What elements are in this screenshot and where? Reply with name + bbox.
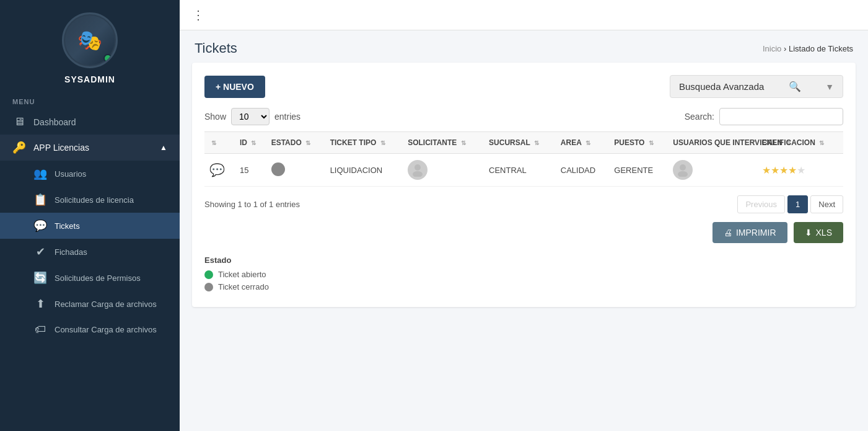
sidebar-top: 🎭 SYSADMIN — [0, 0, 180, 91]
green-dot-icon — [204, 270, 213, 279]
key-icon: 🔑 — [12, 141, 26, 154]
prev-button[interactable]: Previous — [737, 195, 785, 213]
svg-point-2 — [680, 164, 686, 171]
nuevo-button[interactable]: + NUEVO — [204, 76, 265, 98]
print-button[interactable]: 🖨 IMPRIMIR — [712, 222, 787, 243]
estado-cell — [266, 154, 325, 187]
sidebar-item-solicitudes-permisos[interactable]: 🔄 Solicitudes de Permisos — [0, 265, 180, 291]
check-icon: ✔ — [33, 245, 47, 259]
table-footer: Showing 1 to 1 of 1 entries Previous 1 N… — [204, 195, 843, 213]
sidebar-item-label: Solicitudes de licencia — [55, 195, 134, 205]
col-calificacion[interactable]: CALIFICACION ⇅ — [757, 132, 843, 154]
star-icon: ★ — [762, 165, 771, 176]
menu-label: MENU — [0, 91, 180, 109]
star-icon: ★ — [779, 165, 788, 176]
col-area[interactable]: AREA ⇅ — [556, 132, 610, 154]
search-icon: 🔍 — [789, 81, 801, 92]
xls-button[interactable]: ⬇ XLS — [794, 222, 843, 243]
page-header: Tickets Inicio › Listado de Tickets — [180, 30, 868, 63]
status-dot-icon — [271, 162, 285, 176]
sidebar-item-tickets[interactable]: 💬 Tickets — [0, 213, 180, 239]
top-bar: ⋮ — [180, 0, 868, 30]
sidebar-item-fichadas[interactable]: ✔ Fichadas — [0, 239, 180, 265]
breadcrumb: Inicio › Listado de Tickets — [763, 44, 853, 53]
next-button[interactable]: Next — [810, 195, 843, 213]
pagination: Previous 1 Next — [737, 195, 843, 213]
print-label: IMPRIMIR — [736, 228, 776, 238]
avatar: 🎭 — [62, 12, 118, 68]
grey-dot-icon — [204, 283, 213, 291]
tickets-table: ⇅ ID ⇅ ESTADO ⇅ TICKET TIPO ⇅ SOLICITANT… — [204, 131, 843, 187]
sidebar-username: SYSADMIN — [64, 74, 115, 84]
search-box: Search: — [685, 108, 843, 125]
svg-point-0 — [414, 164, 421, 171]
col-ticket-tipo[interactable]: TICKET TIPO ⇅ — [325, 132, 403, 154]
col-estado[interactable]: ESTADO ⇅ — [266, 132, 325, 154]
clipboard-icon: 📋 — [33, 193, 47, 207]
sidebar-item-label: Reclamar Carga de archivos — [55, 300, 157, 309]
ticket-tipo-cell: LIQUIDACION — [325, 154, 403, 187]
col-usuarios-intervienen[interactable]: USUARIOS QUE INTERVIENEN ⇅ — [668, 132, 756, 154]
id-cell: 15 — [235, 154, 266, 187]
breadcrumb-separator: › — [784, 44, 789, 53]
breadcrumb-current: Listado de Tickets — [789, 44, 853, 53]
online-indicator — [103, 54, 112, 63]
table-controls: Show 10 25 50 100 entries Search: — [204, 108, 843, 125]
sidebar-item-label: Dashboard — [33, 117, 76, 127]
page-1-button[interactable]: 1 — [787, 195, 808, 213]
sidebar-item-label: APP Licencias — [33, 143, 89, 153]
legend-item-closed: Ticket cerrado — [204, 282, 843, 291]
table-row[interactable]: 💬15LIQUIDACIONCENTRALCALIDADGERENTE★★★★★ — [204, 154, 843, 187]
sidebar-item-solicitudes-licencia[interactable]: 📋 Solicitudes de licencia — [0, 187, 180, 213]
page-title: Tickets — [195, 40, 237, 56]
sidebar-item-app-licencias[interactable]: 🔑 APP Licencias ▲ — [0, 135, 180, 161]
search-input[interactable] — [719, 108, 843, 125]
sidebar-item-dashboard[interactable]: 🖥 Dashboard — [0, 109, 180, 135]
col-check[interactable]: ⇅ — [204, 132, 235, 154]
chat-icon: 💬 — [33, 219, 47, 233]
sidebar-item-label: Consultar Carga de archivos — [55, 325, 157, 334]
legend-label-open: Ticket abierto — [218, 270, 266, 279]
main-content: ⋮ Tickets Inicio › Listado de Tickets + … — [180, 0, 868, 431]
legend-label-closed: Ticket cerrado — [218, 282, 269, 291]
entries-label: entries — [274, 112, 300, 122]
xls-icon: ⬇ — [805, 228, 812, 238]
chat-bubble-icon: 💬 — [209, 163, 225, 177]
avatar — [408, 160, 427, 180]
transfer-icon: 🔄 — [33, 271, 47, 285]
calificacion-cell: ★★★★★ — [757, 154, 843, 187]
col-solicitante[interactable]: SOLICITANTE ⇅ — [403, 132, 484, 154]
upload-icon: ⬆ — [33, 297, 47, 311]
col-sucursal[interactable]: SUCURSAL ⇅ — [484, 132, 556, 154]
sidebar-item-usuarios[interactable]: 👥 Usuarios — [0, 161, 180, 187]
sidebar-item-reclamar-carga[interactable]: ⬆ Reclamar Carga de archivos — [0, 291, 180, 317]
area-cell: CALIDAD — [556, 154, 610, 187]
sidebar-item-consultar-carga[interactable]: 🏷 Consultar Carga de archivos — [0, 317, 180, 342]
breadcrumb-home[interactable]: Inicio — [763, 44, 781, 53]
entries-select[interactable]: 10 25 50 100 — [231, 108, 270, 125]
svg-point-1 — [413, 171, 423, 177]
sucursal-cell: CENTRAL — [484, 154, 556, 187]
star-icon: ★ — [788, 165, 797, 176]
action-buttons: 🖨 IMPRIMIR ⬇ XLS — [204, 222, 843, 243]
legend-title: Estado — [204, 255, 843, 265]
toolbar: + NUEVO Busqueda Avanzada 🔍 ▼ — [204, 75, 843, 98]
show-entries: Show 10 25 50 100 entries — [204, 108, 300, 125]
chevron-up-icon: ▲ — [160, 143, 167, 152]
usuarios-intervienen-cell — [668, 154, 756, 187]
col-puesto[interactable]: PUESTO ⇅ — [609, 132, 668, 154]
svg-point-3 — [678, 171, 688, 177]
chevron-down-icon: ▼ — [825, 82, 834, 92]
sidebar-item-label: Usuarios — [55, 169, 86, 179]
legend-item-open: Ticket abierto — [204, 270, 843, 279]
menu-dots-icon[interactable]: ⋮ — [192, 7, 204, 22]
content-area: + NUEVO Busqueda Avanzada 🔍 ▼ Show 10 25… — [192, 63, 856, 307]
advanced-search-dropdown[interactable]: Busqueda Avanzada 🔍 ▼ — [670, 75, 843, 98]
sidebar: 🎭 SYSADMIN MENU 🖥 Dashboard 🔑 APP Licenc… — [0, 0, 180, 431]
users-icon: 👥 — [33, 167, 47, 180]
col-id[interactable]: ID ⇅ — [235, 132, 266, 154]
puesto-cell: GERENTE — [609, 154, 668, 187]
solicitante-cell — [403, 154, 484, 187]
monitor-icon: 🖥 — [12, 115, 26, 128]
sidebar-item-label: Fichadas — [55, 247, 87, 257]
